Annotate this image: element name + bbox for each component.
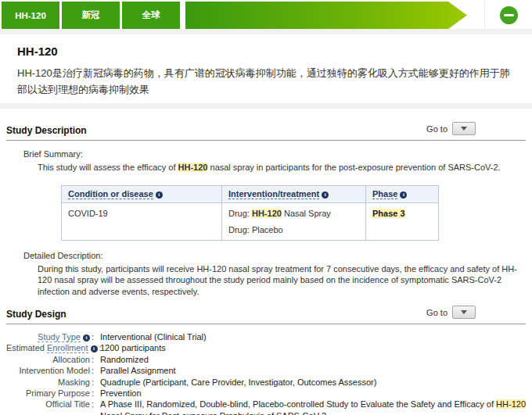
info-icon[interactable]: i <box>156 191 163 199</box>
chevron-down-icon <box>461 310 467 314</box>
brief-summary-text: This study will assess the efficacy of H… <box>38 162 526 174</box>
field-value: A Phase III, Randomized, Double-blind, P… <box>100 399 526 415</box>
field-label: Masking <box>6 377 94 388</box>
brief-summary-label: Brief Summary: <box>23 149 526 159</box>
summary-text-part: nasal spray in participants for the post… <box>207 163 500 172</box>
section-study-design: Study Design Go to <box>6 309 526 324</box>
goto-label: Go to <box>426 308 448 317</box>
divider-strip <box>0 29 532 34</box>
nav-tab-label: 新冠 <box>82 9 100 21</box>
study-header-card: HH-120 HH-120是治疗新冠病毒的药物，具有广谱的冠状病毒抑制功能，通过… <box>0 34 532 103</box>
info-icon[interactable]: i <box>400 191 407 199</box>
field-row-study-type: Study Typei Interventional (Clinical Tri… <box>6 331 526 342</box>
highlighted-term: HH-120 <box>496 399 526 409</box>
field-value: 1200 participants <box>100 342 166 353</box>
nav-tab-xinguan[interactable]: 新冠 <box>62 2 120 29</box>
highlighted-term: HH-120 <box>252 209 282 218</box>
field-value: Interventional (Clinical Trial) <box>100 331 207 342</box>
condition-intervention-table: Condition or diseasei Intervention/treat… <box>61 185 439 241</box>
study-design-fields: Study Typei Interventional (Clinical Tri… <box>6 331 526 415</box>
collapse-button[interactable] <box>500 6 518 24</box>
page-title: HH-120 <box>17 45 515 58</box>
field-row-primary-purpose: Primary Purpose Prevention <box>6 388 526 399</box>
field-row-official-title: Official Title A Phase III, Randomized, … <box>6 399 526 415</box>
field-value: Prevention <box>100 388 142 399</box>
nav-tab-label: 全球 <box>142 9 160 21</box>
field-value: Randomized <box>100 354 149 365</box>
field-label: Primary Purpose <box>6 388 94 399</box>
field-label: Allocation <box>6 354 94 365</box>
field-label: Official Title <box>6 399 94 415</box>
condition-cell: COVID-19 <box>62 202 222 240</box>
intervention-text-part: Drug: <box>228 209 252 218</box>
main-content: Study Description Go to Brief Summary: T… <box>0 125 532 415</box>
intervention-term-link[interactable]: Intervention/treatment <box>228 189 319 199</box>
study-type-link[interactable]: Study Type <box>38 332 81 342</box>
field-row-masking: Masking Quadruple (Participant, Care Pro… <box>6 377 526 388</box>
detailed-description-text: During this study, participants will rec… <box>38 263 526 298</box>
minus-icon <box>504 14 514 16</box>
enrollment-link[interactable]: Enrollment <box>47 343 88 353</box>
highlighted-term: HH-120 <box>178 163 208 172</box>
info-icon[interactable]: i <box>83 335 90 342</box>
section-study-description: Study Description Go to <box>6 125 526 141</box>
field-label: Estimated Enrollmenti <box>6 342 94 353</box>
nav-right-panel <box>484 2 532 29</box>
detailed-description-label: Detailed Description: <box>23 251 526 260</box>
top-nav-bar: HH-120 新冠 全球 <box>0 0 532 29</box>
info-icon[interactable]: i <box>91 345 98 352</box>
table-row: COVID-19 Drug: HH-120 Nasal Spray Drug: … <box>62 202 439 240</box>
chevron-down-icon <box>461 127 467 131</box>
phase-value: Phase 3 <box>372 209 405 218</box>
nav-tab-hh120[interactable]: HH-120 <box>2 2 59 29</box>
nav-tab-label: HH-120 <box>15 11 46 20</box>
column-header-intervention: Intervention/treatmenti <box>222 185 366 202</box>
field-value: Quadruple (Participant, Care Provider, I… <box>100 377 376 388</box>
field-row-allocation: Allocation Randomized <box>6 354 526 365</box>
condition-term-link[interactable]: Condition or disease <box>68 189 153 199</box>
divider-strip <box>0 103 532 109</box>
column-header-condition: Condition or diseasei <box>62 185 222 202</box>
intervention-cell: Drug: HH-120 Nasal Spray Drug: Placebo <box>222 202 366 240</box>
field-value: Parallel Assignment <box>100 365 176 376</box>
condition-value: COVID-19 <box>68 209 215 218</box>
goto-label: Go to <box>426 124 448 134</box>
intervention-text-part: Nasal Spray <box>282 209 331 218</box>
table-header-row: Condition or diseasei Intervention/treat… <box>62 185 439 202</box>
intervention-line-1: Drug: HH-120 Nasal Spray <box>228 209 359 218</box>
phase-term-link[interactable]: Phase <box>372 189 397 199</box>
study-description-cn: HH-120是治疗新冠病毒的药物，具有广谱的冠状病毒抑制功能，通过独特的雾化吸入… <box>17 65 515 98</box>
field-row-enrollment: Estimated Enrollmenti 1200 participants <box>6 342 526 353</box>
nav-tab-quanqiu[interactable]: 全球 <box>122 2 180 29</box>
field-label: Study Typei <box>6 331 94 342</box>
goto-dropdown[interactable] <box>452 122 476 135</box>
goto-group: Go to <box>426 122 476 135</box>
info-icon[interactable]: i <box>322 191 329 199</box>
summary-text-part: This study will assess the efficacy of <box>38 163 178 172</box>
phase-cell: Phase 3 <box>366 202 439 240</box>
field-row-intervention-model: Intervention Model Parallel Assignment <box>6 365 526 376</box>
goto-group: Go to <box>426 306 476 319</box>
column-header-phase: Phasei <box>366 185 439 202</box>
field-label: Intervention Model <box>6 365 94 376</box>
intervention-line-2: Drug: Placebo <box>228 225 359 234</box>
progress-arrow <box>185 2 467 29</box>
goto-dropdown[interactable] <box>452 306 476 319</box>
